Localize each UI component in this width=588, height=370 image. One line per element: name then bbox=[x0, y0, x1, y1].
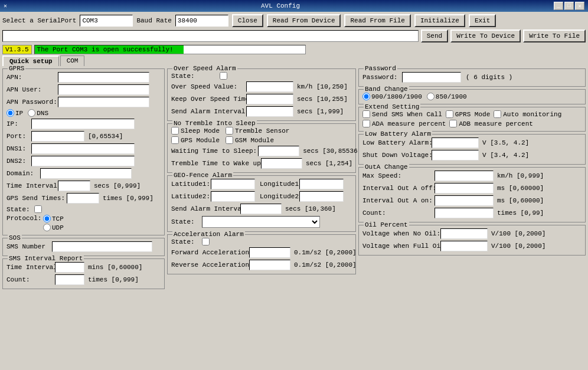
band-850-item[interactable]: 850/1900 bbox=[427, 93, 467, 100]
lat1-input[interactable] bbox=[211, 179, 255, 189]
forward-input[interactable] bbox=[249, 247, 290, 258]
ip-field-label: IP: bbox=[6, 120, 30, 127]
interval-off-input[interactable] bbox=[435, 183, 494, 194]
serial-port-input[interactable] bbox=[80, 15, 133, 27]
ip-radio-item[interactable]: IP bbox=[6, 109, 23, 117]
adb-measure-checkbox[interactable] bbox=[449, 120, 457, 127]
send-alarm-os-input[interactable] bbox=[246, 106, 293, 117]
auto-monitoring-item[interactable]: Auto monitoring bbox=[494, 110, 561, 118]
send-sms-checkbox[interactable] bbox=[362, 110, 370, 118]
tcp-radio-item[interactable]: TCP bbox=[43, 215, 64, 222]
password-input[interactable] bbox=[402, 72, 461, 83]
waiting-time-input[interactable] bbox=[258, 146, 299, 156]
udp-radio-item[interactable]: UDP bbox=[43, 224, 64, 231]
interval-on-hint: ms [0,60000] bbox=[497, 197, 544, 204]
band-900-radio[interactable] bbox=[362, 93, 370, 100]
sms-count-input[interactable] bbox=[55, 274, 84, 285]
lat2-input[interactable] bbox=[211, 191, 255, 202]
gprs-mode-checkbox[interactable] bbox=[446, 110, 453, 118]
send-alarm-geo-input[interactable] bbox=[240, 204, 282, 214]
reverse-input[interactable] bbox=[249, 260, 290, 270]
gps-module-checkbox[interactable] bbox=[171, 136, 179, 144]
accel-state-checkbox[interactable] bbox=[202, 238, 210, 245]
max-speed-input[interactable] bbox=[435, 171, 494, 181]
minimize-btn[interactable]: _ bbox=[554, 2, 563, 10]
adb-measure-item[interactable]: ADB measure percent bbox=[449, 120, 533, 127]
tremble-sensor-checkbox[interactable] bbox=[226, 127, 233, 135]
port-input[interactable] bbox=[31, 131, 84, 142]
gps-module-item[interactable]: GPS Module bbox=[171, 136, 220, 144]
gps-send-times-input[interactable] bbox=[67, 193, 99, 204]
ip-input[interactable] bbox=[31, 119, 135, 129]
maximize-btn[interactable]: □ bbox=[564, 2, 574, 10]
shut-down-input[interactable] bbox=[432, 150, 479, 161]
geo-state-select[interactable] bbox=[202, 216, 320, 228]
auto-monitoring-checkbox[interactable] bbox=[494, 110, 501, 118]
state-checkbox-gps[interactable] bbox=[34, 205, 42, 213]
band-900-item[interactable]: 900/1800/1900 bbox=[362, 93, 422, 100]
write-to-device-button[interactable]: Write To Device bbox=[450, 30, 521, 42]
read-from-file-button[interactable]: Read From File bbox=[344, 14, 410, 27]
close-button[interactable]: Close bbox=[232, 14, 263, 27]
lat1-label: Latitude1: bbox=[171, 181, 210, 188]
gsm-module-checkbox[interactable] bbox=[226, 136, 233, 144]
domain-input[interactable] bbox=[40, 168, 132, 179]
time-interval-input[interactable] bbox=[58, 181, 90, 191]
window-controls[interactable]: _ □ ✕ bbox=[554, 2, 584, 10]
dns1-label: DNS1: bbox=[6, 145, 30, 152]
over-speed-state-checkbox[interactable] bbox=[220, 72, 227, 80]
close-btn[interactable]: ✕ bbox=[575, 2, 584, 10]
write-to-file-button[interactable]: Write To File bbox=[523, 30, 586, 42]
geo-state-label: State: bbox=[171, 218, 201, 225]
out-a-count-label: Count: bbox=[362, 209, 433, 217]
send-input[interactable] bbox=[2, 30, 419, 42]
tab-com[interactable]: COM bbox=[60, 55, 85, 66]
lon2-input[interactable] bbox=[299, 191, 344, 202]
lon2-label: Longitude2: bbox=[260, 193, 298, 200]
ada-measure-checkbox[interactable] bbox=[362, 120, 370, 127]
dns1-input[interactable] bbox=[31, 143, 135, 154]
dns2-input[interactable] bbox=[31, 156, 135, 166]
sms-time-interval-label: Time Interval: bbox=[6, 264, 54, 271]
sleep-mode-item[interactable]: Sleep Mode bbox=[171, 127, 220, 135]
over-speed-value-input[interactable] bbox=[246, 81, 293, 92]
send-sms-item[interactable]: Send SMS When Call bbox=[362, 110, 442, 118]
ada-measure-item[interactable]: ADA measure percent bbox=[362, 120, 446, 127]
band-850-radio[interactable] bbox=[427, 93, 435, 100]
sms-time-interval-input[interactable] bbox=[55, 262, 84, 273]
interval-on-input[interactable] bbox=[435, 195, 494, 206]
gprs-mode-item[interactable]: GPRS Mode bbox=[446, 110, 490, 118]
sleep-mode-checkbox[interactable] bbox=[171, 127, 179, 135]
gprs-title: GPRS bbox=[8, 65, 25, 72]
out-a-count-hint: times [0,99] bbox=[497, 209, 544, 217]
no-oil-input[interactable] bbox=[440, 228, 488, 239]
gsm-module-item[interactable]: GSM Module bbox=[226, 136, 274, 144]
dns-radio-item[interactable]: DNS bbox=[28, 109, 48, 117]
read-from-device-button[interactable]: Read From Device bbox=[267, 14, 341, 27]
low-battery-input[interactable] bbox=[432, 137, 479, 148]
out-a-count-input[interactable] bbox=[435, 208, 494, 218]
main-content: GPRS APN: APN User: APN Password: IP bbox=[2, 68, 586, 358]
full-oil-input[interactable] bbox=[440, 241, 488, 251]
apn-password-input[interactable] bbox=[58, 97, 149, 107]
udp-radio[interactable] bbox=[43, 224, 51, 231]
waiting-time-label: Waiting Time to Sleep: bbox=[171, 148, 257, 155]
lon1-input[interactable] bbox=[299, 179, 344, 189]
out-a-title: OutA Change bbox=[364, 163, 409, 171]
tremble-sensor-item[interactable]: Tremble Sensor bbox=[226, 127, 289, 135]
ip-radio[interactable] bbox=[6, 109, 14, 117]
exit-button[interactable]: Exit bbox=[469, 14, 496, 27]
tcp-radio[interactable] bbox=[43, 215, 51, 222]
tremble-time-input[interactable] bbox=[261, 158, 302, 169]
dns-radio[interactable] bbox=[28, 109, 35, 117]
apn-input[interactable] bbox=[58, 72, 149, 83]
sms-number-input[interactable] bbox=[52, 241, 152, 252]
apn-user-input[interactable] bbox=[58, 84, 149, 95]
sms-number-label: SMS Number bbox=[6, 243, 51, 250]
extend-setting-group: Extend Setting Send SMS When Call GPRS M… bbox=[358, 107, 586, 132]
baud-rate-input[interactable] bbox=[175, 15, 228, 27]
keep-over-speed-input[interactable] bbox=[246, 94, 293, 104]
max-speed-label: Max Speed: bbox=[362, 172, 433, 179]
send-button[interactable]: Send bbox=[421, 30, 448, 42]
initialize-button[interactable]: Initialize bbox=[414, 14, 465, 27]
